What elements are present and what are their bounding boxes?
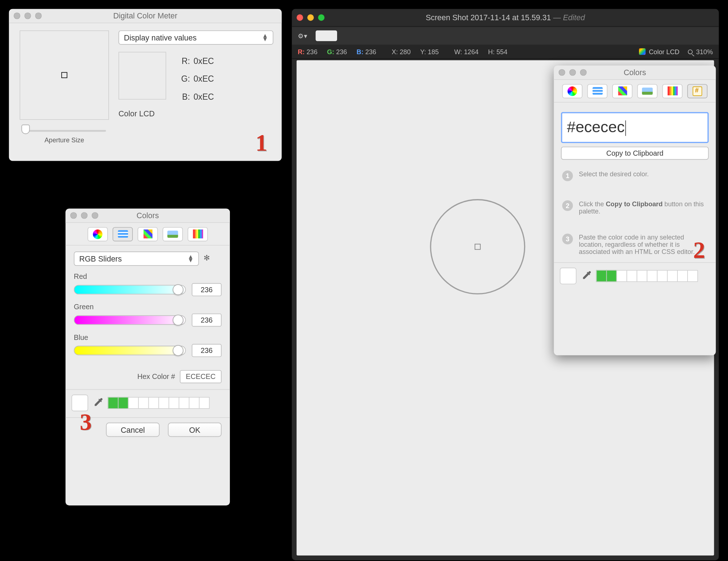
hex-input[interactable]: #ececec xyxy=(561,112,709,143)
annotation-3: 3 xyxy=(80,410,92,434)
dcm-magnifier xyxy=(19,30,109,120)
gear-icon[interactable]: ⚙︎▾ xyxy=(298,32,307,39)
sliders-icon xyxy=(118,230,128,238)
copy-to-clipboard-button[interactable]: Copy to Clipboard xyxy=(561,147,709,160)
rgb-values: R:0xEC G:0xEC B:0xEC xyxy=(177,52,214,105)
hex-label: Hex Color # xyxy=(138,372,175,381)
hex-value-field[interactable]: ECECEC xyxy=(180,370,222,383)
color-picker-tabs xyxy=(554,80,716,103)
color-profile-label: Color LCD xyxy=(118,109,273,118)
close-icon[interactable] xyxy=(297,14,303,21)
color-picker-tabs xyxy=(66,223,230,246)
slider-mode-select[interactable]: RGB Sliders ▲▼ xyxy=(74,251,199,266)
zoom-level[interactable]: 310% xyxy=(696,48,713,55)
preview-toolbar: ⚙︎▾ xyxy=(292,27,719,45)
minimize-icon[interactable] xyxy=(25,13,31,19)
display-mode-value: Display native values xyxy=(124,33,197,42)
preview-titlebar[interactable]: Screen Shot 2017-11-14 at 15.59.31 — Edi… xyxy=(292,9,719,27)
display-mode-select[interactable]: Display native values ▲▼ xyxy=(118,30,273,45)
search-icon xyxy=(688,49,693,54)
green-value-field[interactable]: 236 xyxy=(192,314,222,327)
step-badge: 1 xyxy=(562,171,573,181)
minimize-icon[interactable] xyxy=(569,69,576,75)
image-icon xyxy=(642,87,653,95)
wheel-icon xyxy=(567,86,577,95)
close-icon[interactable] xyxy=(559,69,565,75)
sliders-icon xyxy=(592,87,602,95)
aperture-label: Aperture Size xyxy=(44,137,84,144)
close-icon[interactable] xyxy=(14,13,20,19)
minimize-icon[interactable] xyxy=(307,14,314,21)
step-badge: 2 xyxy=(562,200,573,211)
blue-value-field[interactable]: 236 xyxy=(192,344,222,357)
slider-mode-value: RGB Sliders xyxy=(79,254,122,263)
tab-sliders[interactable] xyxy=(587,84,607,98)
digital-color-meter-window: Digital Color Meter Aperture Size Displa… xyxy=(9,9,282,161)
tab-wheel[interactable] xyxy=(88,227,108,241)
annotation-1: 1 xyxy=(256,131,267,155)
wheel-icon xyxy=(93,229,102,238)
step-badge: 3 xyxy=(562,234,573,245)
tab-palette[interactable] xyxy=(612,84,632,98)
loupe-cursor[interactable] xyxy=(430,199,526,294)
dcm-titlebar[interactable]: Digital Color Meter xyxy=(9,9,282,23)
green-label: Green xyxy=(74,303,94,311)
eyedropper-icon[interactable] xyxy=(93,397,104,409)
pencils-icon xyxy=(667,86,677,95)
colors-panel-hex: Colors #ececec Copy to Clipboard 1 Selec… xyxy=(554,66,716,355)
blue-label: Blue xyxy=(74,333,88,341)
hex-icon xyxy=(693,86,702,95)
red-value-field[interactable]: 236 xyxy=(192,283,222,296)
colors-panel-rgb: Colors RGB Sliders ▲▼ ✻ Red 236 xyxy=(66,209,230,506)
zoom-icon[interactable] xyxy=(580,69,587,75)
swatch-history[interactable] xyxy=(108,397,224,409)
palette-icon xyxy=(618,86,627,95)
image-icon xyxy=(167,230,178,238)
current-color-well[interactable] xyxy=(560,268,576,284)
zoom-icon[interactable] xyxy=(35,13,42,19)
color-fill-swatch[interactable] xyxy=(316,30,337,41)
ok-button[interactable]: OK xyxy=(168,423,222,437)
red-slider[interactable] xyxy=(74,285,186,294)
instruction-step-3: 3 Paste the color code in any selected l… xyxy=(562,234,708,255)
close-icon[interactable] xyxy=(70,212,77,219)
preview-info-bar: R: 236 G: 236 B: 236 X: 280 Y: 185 W: 12… xyxy=(292,45,719,59)
chevron-updown-icon: ▲▼ xyxy=(188,255,193,262)
window-title: Screen Shot 2017-11-14 at 15.59.31 — Edi… xyxy=(292,13,719,22)
eyedropper-icon[interactable] xyxy=(581,270,592,282)
tab-image[interactable] xyxy=(637,84,658,98)
blue-slider[interactable] xyxy=(74,346,186,355)
zoom-icon[interactable] xyxy=(92,212,98,219)
display-profile-indicator[interactable]: Color LCD xyxy=(639,48,680,55)
instruction-step-1: 1 Select the desired color. xyxy=(562,171,708,181)
cancel-button[interactable]: Cancel xyxy=(106,423,160,437)
swatch-history[interactable] xyxy=(597,270,710,282)
pencils-icon xyxy=(193,229,203,238)
tab-sliders[interactable] xyxy=(113,227,133,241)
tab-pencils[interactable] xyxy=(188,227,208,241)
tab-pencils[interactable] xyxy=(662,84,683,98)
tab-wheel[interactable] xyxy=(562,84,583,98)
zoom-icon[interactable] xyxy=(318,14,324,21)
colors2-titlebar[interactable]: Colors xyxy=(554,66,716,80)
annotation-2: 2 xyxy=(693,238,705,262)
tab-palette[interactable] xyxy=(138,227,158,241)
gear-icon[interactable]: ✻ xyxy=(204,253,214,264)
green-slider[interactable] xyxy=(74,315,186,325)
window-title: Digital Color Meter xyxy=(9,11,282,20)
display-icon xyxy=(639,48,645,55)
minimize-icon[interactable] xyxy=(81,212,87,219)
aperture-slider[interactable] xyxy=(23,128,106,132)
colors3-titlebar[interactable]: Colors xyxy=(66,209,230,223)
color-swatch xyxy=(118,52,166,100)
instruction-step-2: 2 Click the Copy to Clipboard button on … xyxy=(562,200,708,215)
palette-icon xyxy=(143,229,152,238)
tab-hex[interactable] xyxy=(687,84,707,98)
red-label: Red xyxy=(74,272,87,281)
chevron-updown-icon: ▲▼ xyxy=(262,34,268,41)
tab-image[interactable] xyxy=(162,227,183,241)
